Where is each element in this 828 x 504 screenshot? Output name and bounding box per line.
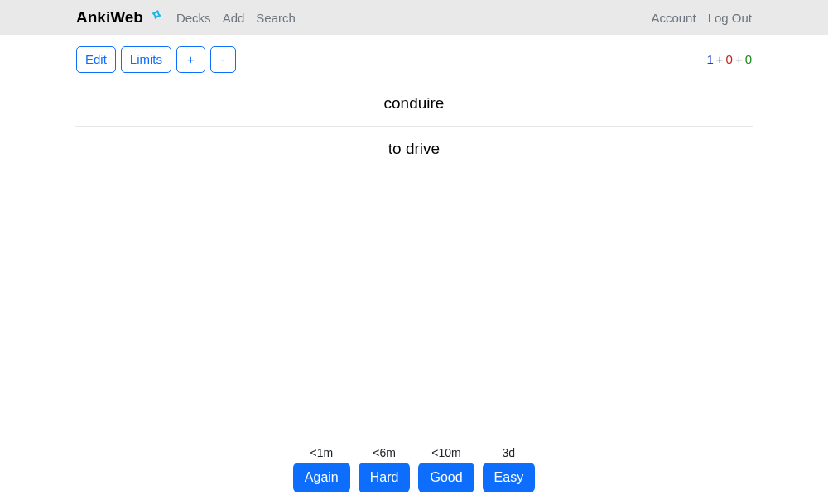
edit-button[interactable]: Edit <box>76 46 116 73</box>
card-counts: 1+0+0 <box>706 52 752 66</box>
count-due: 0 <box>745 52 752 66</box>
toolbar-buttons: Edit Limits + - <box>76 46 236 73</box>
nav-left: Decks Add Search <box>176 11 296 25</box>
nav-search[interactable]: Search <box>256 11 296 25</box>
nav-logout[interactable]: Log Out <box>708 11 752 25</box>
brand-link[interactable]: AnkiWeb <box>76 8 165 26</box>
plus-sep: + <box>733 52 745 66</box>
study-container: Edit Limits + - 1+0+0 conduire to drive <box>75 35 753 158</box>
card-back: to drive <box>75 127 753 158</box>
count-new: 1 <box>706 52 713 66</box>
limits-button[interactable]: Limits <box>121 46 171 73</box>
nav-account[interactable]: Account <box>651 11 696 25</box>
nav-right: Account Log Out <box>651 11 811 25</box>
increase-button[interactable]: + <box>176 46 205 73</box>
star-icon <box>147 8 165 26</box>
card-front: conduire <box>75 94 753 126</box>
nav-decks[interactable]: Decks <box>176 11 211 25</box>
plus-sep: + <box>714 52 726 66</box>
nav-add[interactable]: Add <box>223 11 245 25</box>
study-toolbar: Edit Limits + - 1+0+0 <box>75 46 753 81</box>
top-navbar: AnkiWeb Decks Add Search Account Log Out <box>0 0 828 35</box>
brand-text: AnkiWeb <box>76 8 143 26</box>
decrease-button[interactable]: - <box>210 46 236 73</box>
count-learn: 0 <box>726 52 733 66</box>
card-area: conduire to drive <box>75 81 753 158</box>
